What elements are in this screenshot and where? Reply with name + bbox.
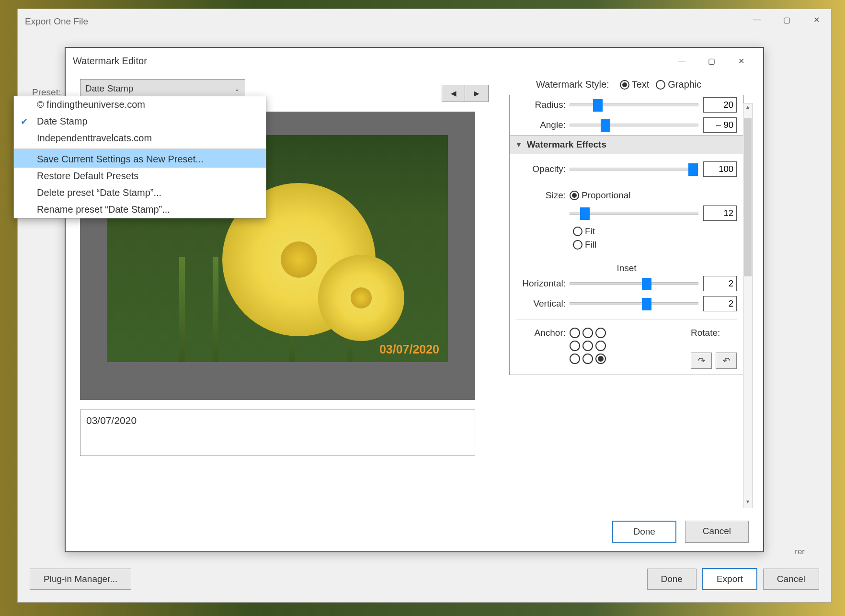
size-prop-label: Proportional [582,190,630,201]
angle-label: Angle: [510,120,570,130]
settings-scrollbar[interactable]: ▴ ▾ [743,103,753,508]
menu-item-save-preset[interactable]: Save Current Settings as New Preset... [14,148,266,168]
anchor-grid[interactable] [570,328,607,369]
outer-cancel-button[interactable]: Cancel [763,569,819,590]
vertical-slider[interactable] [570,302,698,305]
style-label: Watermark Style: [536,79,609,90]
export-title: Export One File [25,16,88,27]
scroll-thumb[interactable] [744,118,752,276]
editor-right: Watermark Style: Text Graphic Radius: An… [509,79,744,508]
radius-slider[interactable] [570,103,698,106]
menu-item-independenttravelcats[interactable]: Independenttravelcats.com [14,130,266,147]
maximize-icon[interactable]: ▢ [772,9,801,30]
menu-item-findingtheuniverse[interactable]: © findingtheuniverse.com [14,96,266,113]
editor-title: Watermark Editor [73,56,667,67]
size-slider[interactable] [570,212,698,215]
watermark-overlay: 03/07/2020 [379,342,439,356]
vertical-input[interactable] [703,296,737,311]
editor-left: Date Stamp ⌄ ◀ ▶ [80,79,492,98]
export-bottom-bar: Plug-in Manager... Done Export Cancel re… [30,568,819,590]
horizontal-input[interactable] [703,276,737,291]
anchor-label: Anchor: [510,328,570,369]
menu-item-delete-preset[interactable]: Delete preset “Date Stamp”... [14,184,266,201]
minimize-icon[interactable]: — [742,9,772,30]
editor-bottom-bar: Done Cancel [612,521,749,543]
horizontal-row: Horizontal: [510,274,743,294]
rotate-cw-button[interactable]: ↶ [716,353,737,369]
vertical-row: Vertical: [510,294,743,314]
check-icon: ✔ [21,116,28,127]
size-row: Size: Proportional [510,188,743,203]
export-window-controls: — ▢ ✕ [742,9,831,30]
opacity-row: Opacity: [510,159,743,179]
cancel-button[interactable]: Cancel [685,521,749,543]
prev-image-button[interactable]: ◀ [442,85,465,102]
angle-input[interactable] [703,117,737,133]
scroll-down-icon[interactable]: ▾ [743,498,752,508]
preset-menu: © findingtheuniverse.com ✔Date Stamp Ind… [13,96,266,218]
plugin-manager-button[interactable]: Plug-in Manager... [30,569,131,590]
style-graphic-label: Graphic [668,79,701,90]
close-icon[interactable]: ✕ [801,9,831,30]
menu-item-date-stamp[interactable]: ✔Date Stamp [14,113,266,130]
angle-row: Angle: [510,115,743,135]
scroll-up-icon[interactable]: ▴ [743,103,752,113]
opacity-input[interactable] [703,161,737,177]
style-text-radio[interactable] [620,80,629,90]
export-button[interactable]: Export [702,568,757,590]
size-fill-radio[interactable] [573,240,582,250]
anchor-row: Anchor: Rotate: ↷ ↶ [510,326,743,369]
watermark-text-input[interactable]: 03/07/2020 [80,410,475,456]
menu-item-restore-defaults[interactable]: Restore Default Presets [14,168,266,184]
size-input[interactable] [703,205,737,221]
collapse-icon: ▼ [515,141,522,148]
effects-header[interactable]: ▼ Watermark Effects [510,135,743,154]
inset-label: Inset [510,263,743,274]
editor-minimize-icon[interactable]: — [667,50,697,71]
outer-done-button[interactable]: Done [647,569,697,590]
opacity-slider[interactable] [570,168,698,171]
style-graphic-radio[interactable] [656,80,665,90]
opacity-label: Opacity: [510,164,570,174]
radius-row: Radius: [510,95,743,115]
preset-dropdown[interactable]: Date Stamp ⌄ [80,79,245,98]
done-button[interactable]: Done [612,521,676,543]
horizontal-slider[interactable] [570,282,698,285]
radius-label: Radius: [510,100,570,110]
preset-selected: Date Stamp [85,83,133,94]
horizontal-label: Horizontal: [510,278,570,289]
rotate-ccw-button[interactable]: ↷ [691,353,712,369]
radius-input[interactable] [703,97,737,113]
pager-label: rer [795,547,805,557]
next-image-button[interactable]: ▶ [465,85,488,102]
preview-nav: ◀ ▶ [442,85,489,102]
editor-maximize-icon[interactable]: ▢ [697,50,726,71]
watermark-style-row: Watermark Style: Text Graphic [536,79,744,90]
editor-titlebar: Watermark Editor — ▢ ✕ [66,48,763,74]
menu-item-rename-preset[interactable]: Rename preset “Date Stamp”... [14,201,266,218]
style-text-label: Text [632,79,650,90]
rotate-label: Rotate: [691,328,737,338]
chevron-down-icon: ⌄ [234,85,240,92]
size-proportional-radio[interactable] [570,191,579,200]
size-fit-radio[interactable] [573,227,582,236]
editor-close-icon[interactable]: ✕ [726,50,756,71]
settings-panel: Radius: Angle: ▼ Watermark Effects Opaci… [509,95,744,375]
vertical-label: Vertical: [510,298,570,309]
size-label: Size: [510,190,570,201]
size-value-row [510,203,743,223]
angle-slider[interactable] [570,124,698,126]
